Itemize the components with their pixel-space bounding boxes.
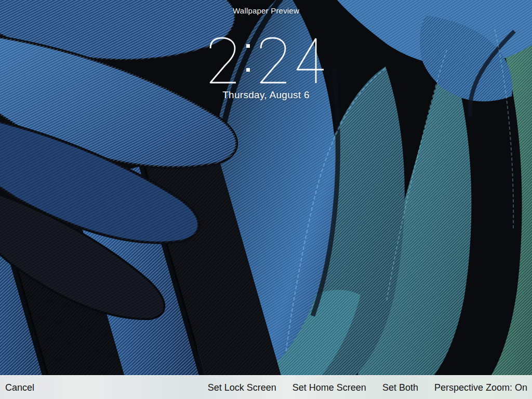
wallpaper-image: [0, 0, 532, 399]
toolbar: Cancel Set Lock Screen Set Home Screen S…: [0, 375, 532, 399]
set-home-screen-button[interactable]: Set Home Screen: [292, 376, 366, 399]
set-both-button[interactable]: Set Both: [382, 376, 418, 399]
perspective-zoom-toggle[interactable]: Perspective Zoom: On: [434, 376, 527, 399]
toolbar-right-group: Set Lock Screen Set Home Screen Set Both…: [192, 376, 532, 399]
cancel-button[interactable]: Cancel: [5, 376, 34, 399]
wallpaper-preview-screen: Wallpaper Preview Thursday, August 6 Can…: [0, 0, 532, 399]
set-lock-screen-button[interactable]: Set Lock Screen: [208, 376, 276, 399]
